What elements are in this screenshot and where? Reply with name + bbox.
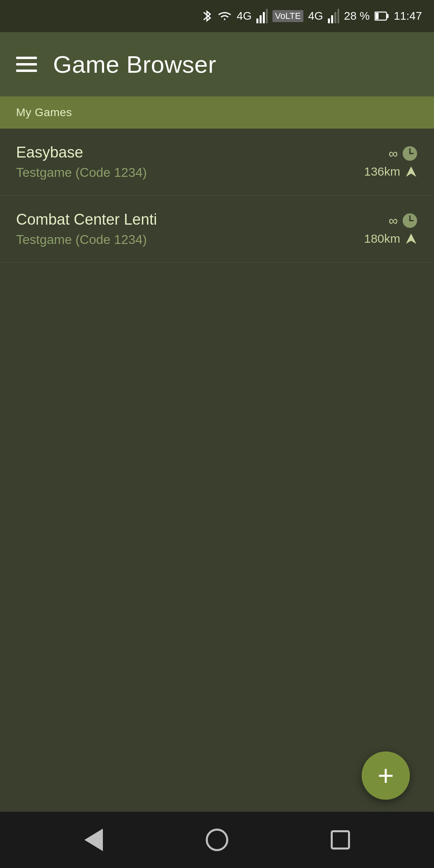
back-icon [84,829,103,851]
meta-top-2: ∞ [389,213,418,229]
svg-rect-2 [263,12,265,23]
back-button[interactable] [80,826,108,854]
hamburger-line-3 [16,70,37,72]
meta-top-1: ∞ [389,145,418,162]
battery-icon [375,10,389,22]
svg-rect-1 [260,15,262,23]
bottom-nav [0,812,434,868]
game-name-2: Combat Center Lenti [16,211,157,228]
game-info-2: Combat Center Lenti Testgame (Code 1234) [16,211,157,247]
recent-icon [331,830,350,850]
network-label-2: 4G [308,10,323,23]
svg-rect-6 [334,12,336,23]
home-button[interactable] [203,826,231,854]
game-meta-2: ∞ 180km [364,213,418,246]
game-item-2[interactable]: Combat Center Lenti Testgame (Code 1234)… [0,196,434,263]
toolbar: Game Browser [0,32,434,96]
navigation-arrow-1 [404,165,418,178]
navigation-arrow-2 [404,232,418,246]
bluetooth-icon [201,8,213,24]
signal-icon-1 [256,9,268,23]
hamburger-line-2 [16,63,37,66]
tab-bar: My Games [0,96,434,129]
battery-percentage: 28 % [344,10,370,23]
svg-rect-9 [387,14,389,18]
volte-label: VoLTE [272,10,303,22]
home-icon [206,829,228,851]
status-icons: 4G VoLTE 4G 28 % 11:47 [201,8,422,24]
infinity-icon-2: ∞ [389,213,398,228]
clock-icon-1 [402,145,418,162]
svg-rect-3 [266,9,268,23]
recent-button[interactable] [326,826,354,854]
game-list: Easybase Testgame (Code 1234) ∞ 136km [0,129,434,263]
fab-plus-icon: + [378,762,394,790]
svg-rect-10 [375,13,379,19]
distance-2: 180km [364,232,400,246]
game-item-1[interactable]: Easybase Testgame (Code 1234) ∞ 136km [0,129,434,196]
game-name-1: Easybase [16,144,147,161]
game-info-1: Easybase Testgame (Code 1234) [16,144,147,180]
svg-marker-14 [406,166,416,177]
game-code-1: Testgame (Code 1234) [16,165,147,180]
add-game-button[interactable]: + [362,751,410,800]
game-meta-1: ∞ 136km [364,145,418,178]
svg-rect-4 [328,18,330,23]
svg-marker-18 [406,233,416,244]
svg-rect-7 [338,9,339,23]
distance-1: 136km [364,165,400,178]
status-bar: 4G VoLTE 4G 28 % 11:47 [0,0,434,32]
svg-rect-0 [256,18,258,23]
hamburger-line-1 [16,57,37,59]
game-code-2: Testgame (Code 1234) [16,232,157,247]
menu-button[interactable] [16,57,37,72]
time-display: 11:47 [394,10,422,23]
page-title: Game Browser [53,51,216,78]
clock-icon-2 [402,213,418,229]
network-label-1: 4G [237,10,252,23]
tab-my-games[interactable]: My Games [16,106,72,119]
svg-rect-5 [331,15,333,23]
wifi-icon [217,10,232,22]
meta-bottom-1: 136km [364,165,418,178]
meta-bottom-2: 180km [364,232,418,246]
signal-icon-2 [328,9,339,23]
infinity-icon-1: ∞ [389,146,398,161]
